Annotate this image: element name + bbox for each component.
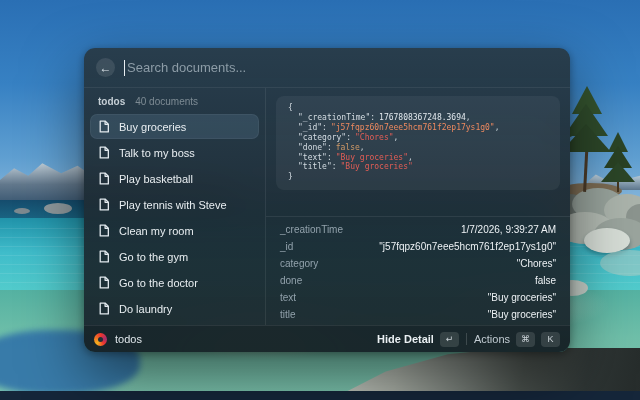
detail-key: _creationTime <box>280 224 343 235</box>
distant-rock <box>44 203 72 214</box>
hide-detail-button[interactable]: Hide Detail ↵ <box>377 332 459 347</box>
json-preview: { "_creationTime":1767808367248.3694, "_… <box>276 96 560 190</box>
json-comma: , <box>408 153 413 162</box>
results-sidebar: todos 40 documents Buy groceries Talk to… <box>84 88 265 325</box>
json-value: "j57fqpz60n7eee5hcm761f2ep17ys1g0" <box>331 123 495 132</box>
footer-separator <box>466 333 467 345</box>
document-icon <box>98 146 110 159</box>
result-item[interactable]: Play tennis with Steve <box>90 192 259 217</box>
desktop: ← todos 40 documents Buy groceries <box>0 0 640 400</box>
json-colon: : <box>327 143 332 152</box>
collection-name: todos <box>98 96 125 107</box>
result-item-label: Go to the doctor <box>119 277 198 289</box>
detail-key: done <box>280 275 302 286</box>
search-input[interactable] <box>127 60 558 75</box>
json-key: "_creationTime" <box>298 113 370 122</box>
k-key-icon: K <box>541 332 560 347</box>
back-button[interactable]: ← <box>96 58 115 77</box>
panel-spacer <box>266 190 570 216</box>
result-item-label: Play basketball <box>119 173 193 185</box>
footer-actions: Hide Detail ↵ Actions ⌘ K <box>377 332 560 347</box>
back-arrow-icon: ← <box>100 61 112 75</box>
detail-value: "j57fqpz60n7eee5hcm761f2ep17ys1g0" <box>379 241 556 252</box>
json-comma: , <box>394 133 399 142</box>
json-key: "text" <box>298 153 327 162</box>
dock-strip <box>0 391 640 400</box>
detail-row: _creationTime1/7/2026, 9:39:27 AM <box>280 221 556 238</box>
result-item-label: Clean my room <box>119 225 194 237</box>
detail-row: title"Buy groceries" <box>280 306 556 323</box>
detail-value: "Chores" <box>517 258 556 269</box>
document-details: _creationTime1/7/2026, 9:39:27 AM _id"j5… <box>266 217 570 325</box>
detail-panel: { "_creationTime":1767808367248.3694, "_… <box>265 88 570 325</box>
result-item[interactable]: Play basketball <box>90 166 259 191</box>
json-brace: } <box>288 172 293 181</box>
json-value: "Buy groceries" <box>341 162 413 171</box>
convex-logo-icon <box>94 333 107 346</box>
result-item-label: Talk to my boss <box>119 147 195 159</box>
json-key: "category" <box>298 133 346 142</box>
result-item[interactable]: Do laundry <box>90 296 259 321</box>
detail-value: false <box>535 275 556 286</box>
result-item-label: Play tennis with Steve <box>119 199 227 211</box>
json-colon: : <box>327 153 332 162</box>
json-line: "_creationTime":1767808367248.3694, <box>288 113 548 123</box>
result-item[interactable]: Go to the doctor <box>90 270 259 295</box>
result-item-label: Buy groceries <box>119 121 186 133</box>
json-key: "done" <box>298 143 327 152</box>
result-item[interactable]: Go to the gym <box>90 244 259 269</box>
json-key: "_id" <box>298 123 322 132</box>
actions-label: Actions <box>474 333 510 345</box>
json-line: "done":false, <box>288 143 548 153</box>
json-value: "Chores" <box>355 133 394 142</box>
window-body: todos 40 documents Buy groceries Talk to… <box>84 88 570 325</box>
document-icon <box>98 120 110 133</box>
search-window: ← todos 40 documents Buy groceries <box>84 48 570 352</box>
distant-rock <box>14 208 30 214</box>
json-colon: : <box>332 162 337 171</box>
detail-row: donefalse <box>280 272 556 289</box>
result-item-label: Do laundry <box>119 303 172 315</box>
json-key: "title" <box>298 162 332 171</box>
detail-value: "Buy groceries" <box>488 292 556 303</box>
document-icon <box>98 198 110 211</box>
document-count: 40 documents <box>135 96 198 107</box>
detail-row: _id"j57fqpz60n7eee5hcm761f2ep17ys1g0" <box>280 238 556 255</box>
json-colon: : <box>370 113 375 122</box>
json-brace: { <box>288 103 293 112</box>
json-value: false <box>336 143 360 152</box>
result-item[interactable]: Clean my room <box>90 218 259 243</box>
json-line: "text":"Buy groceries", <box>288 153 548 163</box>
document-icon <box>98 302 110 315</box>
sidebar-header: todos 40 documents <box>84 88 265 112</box>
result-item-label: Go to the gym <box>119 251 188 263</box>
document-icon <box>98 172 110 185</box>
json-comma: , <box>360 143 365 152</box>
result-item[interactable]: Talk to my boss <box>90 140 259 165</box>
json-line: "_id":"j57fqpz60n7eee5hcm761f2ep17ys1g0"… <box>288 123 548 133</box>
actions-button[interactable]: Actions ⌘ K <box>474 332 560 347</box>
app-label: todos <box>115 333 142 345</box>
detail-value: "Buy groceries" <box>488 309 556 320</box>
detail-key: text <box>280 292 296 303</box>
detail-key: title <box>280 309 296 320</box>
json-comma: , <box>466 113 471 122</box>
white-boulder <box>584 228 630 253</box>
json-value: "Buy groceries" <box>336 153 408 162</box>
json-line: { <box>288 103 548 113</box>
json-colon: : <box>346 133 351 142</box>
json-line: "category":"Chores", <box>288 133 548 143</box>
json-line: "title":"Buy groceries" <box>288 162 548 172</box>
hide-detail-label: Hide Detail <box>377 333 434 345</box>
search-header: ← <box>84 48 570 88</box>
detail-row: text"Buy groceries" <box>280 289 556 306</box>
json-comma: , <box>495 123 500 132</box>
json-value: 1767808367248.3694 <box>379 113 466 122</box>
status-bar: todos Hide Detail ↵ Actions ⌘ K <box>84 325 570 352</box>
result-item[interactable]: Buy groceries <box>90 114 259 139</box>
document-icon <box>98 276 110 289</box>
result-list: Buy groceries Talk to my boss Play baske… <box>84 112 265 325</box>
command-key-icon: ⌘ <box>516 332 535 347</box>
detail-value: 1/7/2026, 9:39:27 AM <box>461 224 556 235</box>
json-colon: : <box>322 123 327 132</box>
